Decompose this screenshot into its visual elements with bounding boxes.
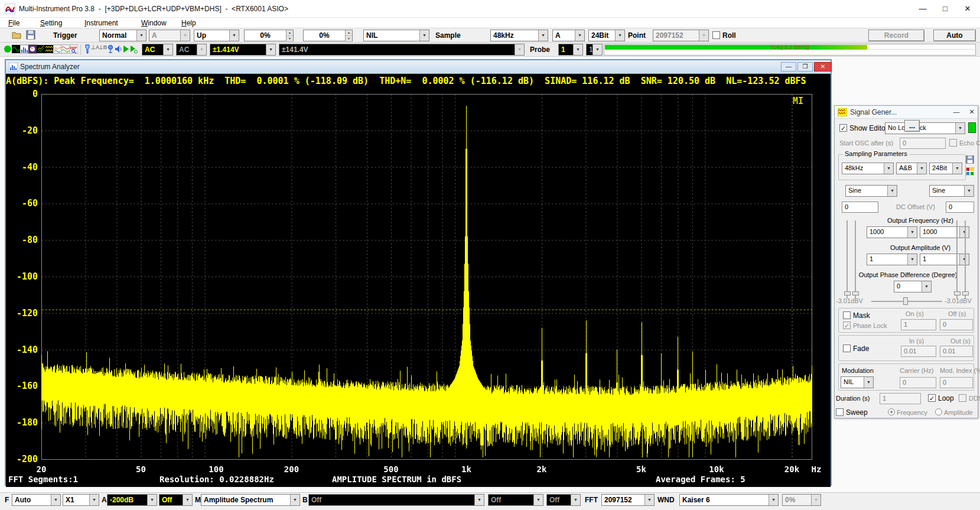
dds-checkbox[interactable] (959, 394, 966, 402)
display-mode-select[interactable]: Amplitude Spectrum▼ (201, 494, 300, 506)
fade-out-input[interactable]: 0.01 (940, 346, 973, 357)
editor-open-button[interactable] (968, 122, 976, 133)
range-b-select[interactable]: ±141.4V▼ (279, 44, 525, 56)
mask-off-input[interactable]: 0 (940, 319, 973, 330)
gen-channels-select[interactable]: A&B▼ (896, 163, 927, 174)
amplitude-slider-handle[interactable] (962, 291, 969, 295)
zoom-select[interactable]: X1▼ (63, 494, 99, 506)
spin-down-icon[interactable]: ▼ (286, 36, 293, 42)
sample-channel-select[interactable]: A▼ (552, 30, 585, 41)
data-logger-icon[interactable] (45, 44, 54, 54)
probe-a-select[interactable]: 1▼ (558, 44, 583, 56)
menu-instrument[interactable]: Instrument (81, 18, 122, 28)
gen-config-icon[interactable] (966, 167, 974, 177)
fft-size-select[interactable]: 2097152▼ (601, 494, 655, 506)
sample-bits-select[interactable]: 24Bit▼ (588, 30, 625, 41)
dc-offset-b-input[interactable]: 0 (946, 202, 974, 213)
dc-offset-a-input[interactable]: 0 (842, 202, 878, 213)
menu-window[interactable]: Window (138, 18, 170, 28)
gen-sample-rate-select[interactable]: 48kHz▼ (842, 163, 894, 174)
a-mode-select[interactable]: Off▼ (159, 494, 193, 506)
spectrum-window-titlebar[interactable]: Spectrum Analyzer — ❐ ✕ (6, 60, 831, 74)
start-osc-input[interactable]: 0 (900, 138, 946, 149)
spectrum-plot-canvas[interactable] (6, 88, 831, 487)
trigger-mode-select[interactable]: Normal▼ (99, 30, 146, 41)
sample-rate-select[interactable]: 48kHz▼ (490, 30, 548, 41)
spin-up-icon[interactable]: ▲ (346, 30, 352, 36)
frequency-a-select[interactable]: 1000▼ (867, 226, 917, 238)
phase-lock-checkbox[interactable] (843, 321, 851, 329)
maximize-button[interactable]: □ (935, 2, 955, 15)
b-range-select[interactable]: Off▼ (308, 494, 484, 506)
coupling-a-select[interactable]: AC▼ (142, 44, 173, 56)
signal-generator-icon[interactable] (12, 44, 21, 54)
mask-checkbox[interactable] (843, 311, 851, 319)
duration-input[interactable]: 1 (880, 393, 921, 404)
generator-close-button[interactable]: ✕ (966, 108, 978, 117)
sweep-amplitude-radio[interactable] (935, 408, 942, 415)
amplitude-a-select[interactable]: 1▼ (867, 254, 917, 265)
coupling-b-select[interactable]: AC▼ (176, 44, 207, 56)
spin-down-icon[interactable]: ▼ (346, 36, 352, 42)
carrier-input[interactable]: 0 (900, 377, 936, 388)
close-button[interactable]: ✕ (958, 2, 978, 15)
minimize-button[interactable]: — (913, 2, 933, 15)
trigger-level-spinner[interactable]: 0%▲▼ (244, 30, 294, 41)
probe-b-select[interactable]: 1▼ (586, 44, 603, 56)
loopback-select[interactable]: No Loopback▼ (885, 122, 965, 134)
gen-bits-select[interactable]: 24Bit▼ (929, 163, 962, 174)
fade-in-input[interactable]: 0.01 (901, 346, 936, 357)
phase-select[interactable]: 0▼ (894, 281, 932, 293)
a-range-select[interactable]: -200dB▼ (107, 494, 157, 506)
menu-file[interactable]: File (5, 18, 23, 28)
trigger-edge-select[interactable]: Up▼ (194, 30, 239, 41)
trigger-frequency-select[interactable]: NIL▼ (363, 30, 429, 41)
point-select[interactable]: 2097152▼ (653, 30, 709, 41)
window-function-select[interactable]: Kaiser 6▼ (679, 494, 779, 506)
multimeter-icon[interactable] (28, 44, 37, 54)
overlap-select[interactable]: 0%▼ (782, 494, 821, 506)
dut-icon[interactable]: DUT (53, 44, 62, 54)
roll-checkbox[interactable] (712, 31, 720, 39)
spin-up-icon[interactable]: ▲ (286, 30, 293, 36)
generator-titlebar[interactable]: Signal Gener... — ✕ (835, 106, 978, 119)
amplitude-slider-handle[interactable] (852, 291, 859, 295)
spectrum-analyzer-icon[interactable] (20, 44, 29, 54)
loop-checkbox[interactable] (928, 394, 936, 402)
open-file-icon[interactable] (12, 30, 21, 40)
sweep-frequency-radio[interactable] (888, 408, 895, 415)
trigger-delay-spinner[interactable]: 0%▲▼ (303, 30, 353, 41)
echo-only-checkbox[interactable] (949, 139, 957, 147)
menu-help[interactable]: Help (178, 18, 200, 28)
ddp-icon[interactable]: DDP (70, 44, 79, 54)
derived-data-icon[interactable] (61, 44, 70, 54)
oscilloscope-icon[interactable] (4, 44, 12, 54)
b-mode-select[interactable]: Off▼ (488, 494, 543, 506)
spectrum-minimize-button[interactable]: — (781, 62, 796, 72)
spectrum-restore-button[interactable]: ❐ (797, 62, 813, 72)
level-slider-handle[interactable] (903, 297, 908, 305)
show-editor-checkbox[interactable] (839, 124, 847, 132)
waveform-b-select[interactable]: Sine▼ (929, 185, 974, 197)
wave-editor-button[interactable]: ... (904, 120, 920, 132)
frequency-b-select[interactable]: 1000▼ (920, 226, 969, 238)
run-loop-icon[interactable] (129, 44, 138, 54)
waveform-a-select[interactable]: Sine▼ (845, 185, 897, 197)
save-icon[interactable] (26, 30, 35, 40)
trigger-source-select[interactable]: A▼ (149, 30, 190, 41)
menu-setting[interactable]: Setting (37, 18, 66, 28)
range-a-select[interactable]: ±1.414V▼ (210, 44, 276, 56)
fade-checkbox[interactable] (843, 345, 851, 352)
gen-save-icon[interactable] (966, 155, 974, 165)
frequency-axis-select[interactable]: Auto▼ (12, 494, 61, 506)
amplitude-b-select[interactable]: 1▼ (920, 254, 969, 265)
b-coupling-select[interactable]: Off▼ (546, 494, 581, 506)
auto-button[interactable]: Auto (933, 30, 976, 41)
mod-index-input[interactable]: 0 (940, 377, 973, 388)
spectrum-3d-plot-icon[interactable] (37, 44, 45, 54)
mask-on-input[interactable]: 1 (901, 319, 936, 330)
generator-minimize-button[interactable]: — (950, 108, 962, 117)
sweep-checkbox[interactable] (836, 408, 844, 416)
amplitude-slider-handle[interactable] (954, 291, 961, 295)
spectrum-close-button[interactable]: ✕ (814, 62, 832, 72)
